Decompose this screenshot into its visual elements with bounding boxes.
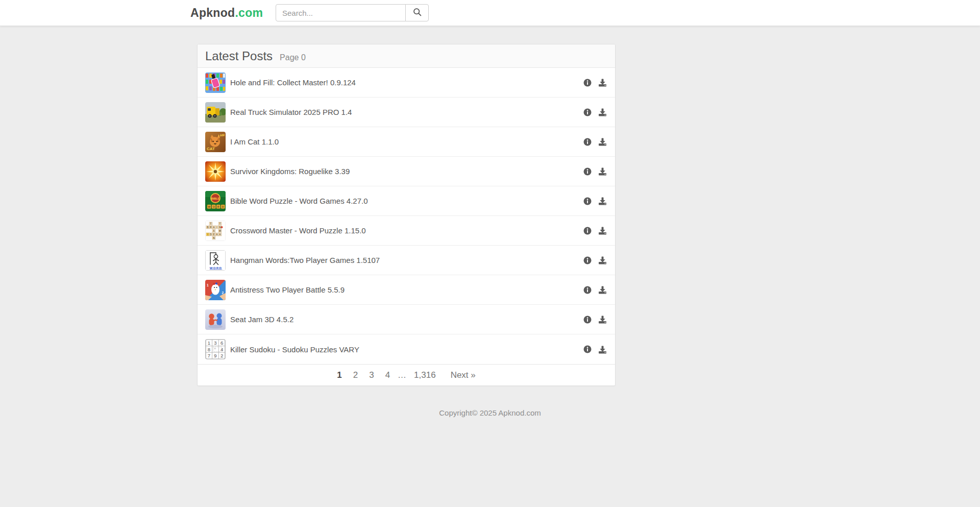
download-icon[interactable] <box>598 315 607 324</box>
svg-text:7: 7 <box>208 353 210 358</box>
svg-text:E: E <box>213 233 214 235</box>
magnifier-icon <box>412 7 422 18</box>
info-icon[interactable] <box>583 137 592 147</box>
svg-text:I: I <box>207 233 208 235</box>
info-icon[interactable] <box>583 108 592 117</box>
post-list: Hole and Fill: Collect Master! 0.9.124 <box>198 68 615 364</box>
svg-text:BIBLE: BIBLE <box>211 197 220 200</box>
search-input[interactable] <box>276 4 406 21</box>
svg-text:W: W <box>208 205 211 208</box>
row-actions <box>583 137 607 147</box>
post-row: 20 136 84 792 Killer Sudoku - Sudoku Puz… <box>198 334 615 364</box>
info-icon[interactable] <box>583 197 592 206</box>
survivor-kingdoms-thumbnail[interactable] <box>205 161 226 182</box>
download-icon[interactable] <box>598 196 607 206</box>
site-logo[interactable]: Apknod.com <box>190 0 263 26</box>
hangman-words-thumbnail[interactable]: WORD <box>205 250 226 271</box>
post-row: BIBLE WORD Bible Word Puzzle - Word Game… <box>198 186 615 216</box>
download-icon[interactable] <box>598 285 607 295</box>
info-icon[interactable] <box>583 345 592 354</box>
download-icon[interactable] <box>598 226 607 235</box>
svg-text:20: 20 <box>214 348 216 350</box>
post-title-link[interactable]: Real Truck Simulator 2025 PRO 1.4 <box>230 108 352 116</box>
real-truck-simulator-thumbnail[interactable] <box>205 102 226 123</box>
download-icon[interactable] <box>598 255 607 265</box>
post-title-link[interactable]: Hangman Words:Two Player Games 1.5107 <box>230 256 380 264</box>
antistress-thumbnail[interactable]: 1 2 <box>205 280 226 300</box>
download-icon[interactable] <box>598 107 607 117</box>
logo-text: Apknod <box>190 6 235 19</box>
row-actions <box>583 78 607 87</box>
svg-text:3: 3 <box>214 340 216 346</box>
svg-text:9: 9 <box>214 353 216 358</box>
search-button[interactable] <box>405 4 429 21</box>
svg-text:2: 2 <box>220 353 223 358</box>
svg-text:WORD: WORD <box>210 265 222 269</box>
killer-sudoku-thumbnail[interactable]: 20 136 84 792 <box>205 339 226 359</box>
post-row: Real Truck Simulator 2025 PRO 1.4 <box>198 98 615 127</box>
post-row: Hole and Fill: Collect Master! 0.9.124 <box>198 68 615 98</box>
svg-text:D: D <box>222 205 224 208</box>
pagination-page-2[interactable]: 2 <box>353 370 358 380</box>
svg-text:CAT: CAT <box>207 147 215 151</box>
svg-text:I: I <box>216 226 217 228</box>
pagination-last-page[interactable]: 1,316 <box>414 370 436 380</box>
latest-posts-card: Latest Posts Page 0 <box>197 44 616 386</box>
i-am-cat-thumbnail[interactable]: I AM CAT <box>205 132 226 152</box>
info-icon[interactable] <box>583 256 592 265</box>
post-title-link[interactable]: Hole and Fill: Collect Master! 0.9.124 <box>230 78 356 87</box>
bible-word-puzzle-thumbnail[interactable]: BIBLE WORD <box>205 191 226 211</box>
pagination-current-page[interactable]: 1 <box>337 370 341 380</box>
post-title-link[interactable]: Crossword Master - Word Puzzle 1.15.0 <box>230 226 366 235</box>
info-icon[interactable] <box>583 315 592 324</box>
pagination-next-link[interactable]: Next » <box>451 370 476 380</box>
svg-text:8: 8 <box>208 347 210 352</box>
download-icon[interactable] <box>598 78 607 87</box>
svg-text:T: T <box>210 222 212 225</box>
info-icon[interactable] <box>583 167 592 176</box>
info-icon[interactable] <box>583 226 592 235</box>
pagination-ellipsis: … <box>398 370 406 380</box>
pagination-page-4[interactable]: 4 <box>385 370 390 380</box>
svg-text:T: T <box>219 222 221 225</box>
row-actions <box>583 315 607 324</box>
pagination-page-3[interactable]: 3 <box>369 370 374 380</box>
post-title-link[interactable]: I Am Cat 1.1.0 <box>230 137 279 146</box>
post-row: TT BRAIN AM IDEAA N Crossword Master - W… <box>198 216 615 246</box>
svg-text:1: 1 <box>208 340 210 346</box>
row-actions <box>583 285 607 295</box>
svg-text:2: 2 <box>222 291 224 295</box>
download-icon[interactable] <box>598 166 607 176</box>
row-actions <box>583 255 607 265</box>
svg-text:1: 1 <box>207 283 209 287</box>
download-icon[interactable] <box>598 137 607 147</box>
post-title-link[interactable]: Seat Jam 3D 4.5.2 <box>230 315 293 324</box>
row-actions <box>583 345 607 354</box>
site-header: Apknod.com <box>0 0 980 26</box>
search-bar <box>276 4 429 21</box>
post-row: Seat Jam 3D 4.5.2 <box>198 305 615 334</box>
svg-text:O: O <box>213 205 215 208</box>
post-row: Survivor Kingdoms: Roguelike 3.39 <box>198 157 615 186</box>
row-actions <box>583 166 607 176</box>
svg-text:M: M <box>219 229 221 232</box>
hole-and-fill-thumbnail[interactable] <box>205 73 226 93</box>
logo-tld-text: .com <box>235 6 263 19</box>
post-title-link[interactable]: Antistress Two Player Battle 5.5.9 <box>230 285 345 294</box>
svg-text:4: 4 <box>220 347 223 352</box>
crossword-master-thumbnail[interactable]: TT BRAIN AM IDEAA N <box>205 221 226 241</box>
post-title-link[interactable]: Survivor Kingdoms: Roguelike 3.39 <box>230 167 350 176</box>
card-header: Latest Posts Page 0 <box>198 44 615 68</box>
svg-text:R: R <box>217 205 219 208</box>
row-actions <box>583 107 607 117</box>
download-icon[interactable] <box>598 345 607 354</box>
seat-jam-thumbnail[interactable] <box>205 309 226 330</box>
info-icon[interactable] <box>583 78 592 87</box>
post-row: WORD Hangman Words:Two Player Games 1.51… <box>198 246 615 275</box>
copyright-text: Copyright© 2025 Apknod.com <box>0 408 980 417</box>
info-icon[interactable] <box>583 285 592 295</box>
post-title-link[interactable]: Bible Word Puzzle - Word Games 4.27.0 <box>230 197 368 205</box>
main-content: Latest Posts Page 0 <box>0 44 980 417</box>
row-actions <box>583 226 607 235</box>
post-title-link[interactable]: Killer Sudoku - Sudoku Puzzles VARY <box>230 345 359 354</box>
